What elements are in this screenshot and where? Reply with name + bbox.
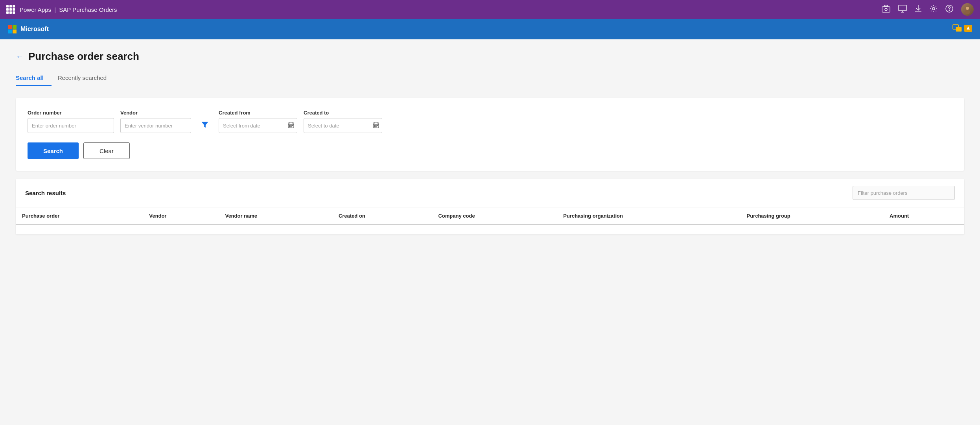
user-avatar[interactable] <box>961 3 974 16</box>
empty-state-cell <box>16 225 964 235</box>
created-to-wrapper <box>304 118 382 133</box>
created-to-input[interactable] <box>304 118 382 133</box>
filter-input-wrapper <box>853 186 955 200</box>
page-header: ← Purchase order search <box>16 50 964 63</box>
apps-grid-icon[interactable] <box>6 5 15 14</box>
created-from-group: Created from <box>219 110 297 133</box>
col-amount: Amount <box>883 207 964 225</box>
search-button[interactable]: Search <box>28 142 79 159</box>
vendor-group: Vendor <box>120 110 191 133</box>
results-section: Search results Purchase order Vendor Ven… <box>16 179 964 235</box>
ms-icon-2[interactable] <box>964 25 972 33</box>
col-purchase-order: Purchase order <box>16 207 143 225</box>
svg-rect-1 <box>884 5 888 7</box>
results-table-body <box>16 225 964 235</box>
filter-icon[interactable] <box>197 117 212 132</box>
created-to-group: Created to <box>304 110 382 133</box>
download-icon[interactable] <box>915 5 922 15</box>
main-content: ← Purchase order search Search all Recen… <box>0 39 980 425</box>
col-vendor: Vendor <box>143 207 219 225</box>
vendor-input[interactable] <box>120 118 191 133</box>
app-title: Power Apps | SAP Purchase Orders <box>20 6 117 13</box>
tab-recently-searched[interactable]: Recently searched <box>58 70 114 86</box>
ms-bar-right-icons <box>952 24 972 34</box>
svg-point-12 <box>965 10 970 14</box>
results-title: Search results <box>25 190 66 196</box>
action-buttons-row: Search Clear <box>28 142 952 159</box>
back-button[interactable]: ← <box>16 52 24 61</box>
col-created-on: Created on <box>332 207 432 225</box>
created-to-label: Created to <box>304 110 382 116</box>
col-company-code: Company code <box>432 207 557 225</box>
form-fields-row: Order number Vendor Created from <box>28 110 952 133</box>
svg-rect-14 <box>956 27 962 31</box>
svg-point-11 <box>966 7 969 10</box>
title-separator: | <box>54 6 57 13</box>
ms-squares-icon <box>8 25 17 33</box>
results-header: Search results <box>16 179 964 207</box>
order-number-group: Order number <box>28 110 114 133</box>
svg-point-2 <box>885 8 887 11</box>
filter-purchase-orders-input[interactable] <box>853 186 955 200</box>
camera-icon[interactable] <box>882 5 890 15</box>
results-table: Purchase order Vendor Vendor name Create… <box>16 207 964 235</box>
top-nav-left: Power Apps | SAP Purchase Orders <box>6 5 117 14</box>
page-title: Purchase order search <box>28 50 139 63</box>
microsoft-label: Microsoft <box>20 26 49 33</box>
col-purchasing-group: Purchasing group <box>740 207 883 225</box>
svg-point-8 <box>932 7 935 10</box>
col-vendor-name: Vendor name <box>219 207 332 225</box>
created-from-label: Created from <box>219 110 297 116</box>
microsoft-bar: Microsoft <box>0 19 980 39</box>
vendor-label: Vendor <box>120 110 191 116</box>
svg-rect-3 <box>899 5 906 11</box>
svg-point-10 <box>949 10 950 11</box>
search-tabs: Search all Recently searched <box>16 70 964 86</box>
ms-icon-1[interactable] <box>952 24 962 34</box>
order-number-label: Order number <box>28 110 114 116</box>
empty-row <box>16 225 964 235</box>
order-number-input[interactable] <box>28 118 114 133</box>
top-navigation: Power Apps | SAP Purchase Orders <box>0 0 980 19</box>
results-table-header: Purchase order Vendor Vendor name Create… <box>16 207 964 225</box>
tab-search-all[interactable]: Search all <box>16 70 52 86</box>
microsoft-logo[interactable]: Microsoft <box>8 25 49 33</box>
present-icon[interactable] <box>898 5 907 15</box>
created-from-wrapper <box>219 118 297 133</box>
clear-button[interactable]: Clear <box>83 142 130 159</box>
created-from-input[interactable] <box>219 118 297 133</box>
top-nav-right <box>882 3 974 16</box>
app-name-label: SAP Purchase Orders <box>59 6 117 13</box>
help-icon[interactable] <box>945 5 953 15</box>
funnel-svg-icon <box>201 120 209 129</box>
col-purchasing-organization: Purchasing organization <box>557 207 740 225</box>
svg-rect-0 <box>882 7 890 12</box>
search-form: Order number Vendor Created from <box>16 98 964 171</box>
settings-icon[interactable] <box>930 5 938 15</box>
